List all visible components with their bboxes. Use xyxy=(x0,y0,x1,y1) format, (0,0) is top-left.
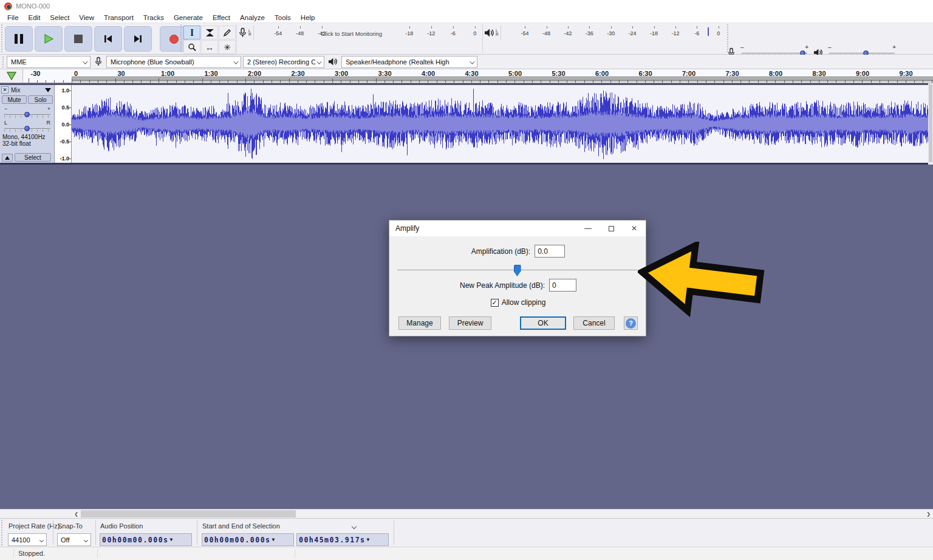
chevron-down-icon[interactable] xyxy=(352,524,357,529)
selection-start-display[interactable]: 00h00m00.000s▼ xyxy=(202,533,294,546)
amplification-input[interactable]: 0.0 xyxy=(535,245,565,258)
track-close-button[interactable]: ✕ xyxy=(1,86,9,94)
mute-button[interactable]: Mute xyxy=(2,95,27,104)
menu-effect[interactable]: Effect xyxy=(208,13,235,22)
preview-button[interactable]: Preview xyxy=(449,316,491,330)
recording-meter-scale[interactable]: -54-48-42-18-12-60Click to Start Monitor… xyxy=(253,26,481,40)
menu-tracks[interactable]: Tracks xyxy=(138,13,169,22)
meter-lr-label: LR xyxy=(496,29,499,37)
pan-slider-thumb[interactable] xyxy=(24,126,30,131)
meter-scale-label: -36 xyxy=(586,30,593,36)
recording-channels-value: 2 (Stereo) Recording Chan xyxy=(247,58,315,66)
menu-select[interactable]: Select xyxy=(45,13,74,22)
audio-position-display[interactable]: 00h00m00.000s▼ xyxy=(100,533,192,546)
quick-play-bar[interactable] xyxy=(72,77,933,81)
waveform-area[interactable] xyxy=(72,85,928,163)
pan-slider[interactable]: L R xyxy=(4,125,50,132)
track-format-line2: 32-bit float xyxy=(2,140,31,147)
skip-to-end-button[interactable] xyxy=(124,26,152,52)
title-bar: MONO-000 xyxy=(0,0,933,12)
audacity-logo-icon xyxy=(4,2,12,10)
recording-channels-dropdown[interactable]: 2 (Stereo) Recording Chan xyxy=(243,56,324,68)
menu-file[interactable]: File xyxy=(2,13,24,22)
toolbar-grip[interactable] xyxy=(180,24,183,53)
skip-to-start-button[interactable] xyxy=(94,26,122,52)
play-button[interactable] xyxy=(35,26,63,52)
envelope-tool-button[interactable] xyxy=(201,26,218,39)
toolbar-grip[interactable] xyxy=(2,56,5,67)
allow-clipping-label: Allow clipping xyxy=(502,298,546,307)
menu-help[interactable]: Help xyxy=(296,13,320,22)
scroll-left-arrow[interactable]: ❮ xyxy=(72,510,81,518)
audio-host-dropdown[interactable]: MME xyxy=(7,56,91,68)
selection-mode-label: Start and End of Selection xyxy=(202,522,280,530)
horizontal-scrollbar-thumb[interactable] xyxy=(81,510,296,517)
help-button[interactable]: ? xyxy=(624,316,638,330)
toolbar-grip[interactable] xyxy=(1,520,4,545)
solo-button[interactable]: Solo xyxy=(28,95,53,104)
recording-meter-toolbar[interactable]: LR -54-48-42-18-12-60Click to Start Moni… xyxy=(238,26,481,40)
meter-scale-label: -12 xyxy=(427,30,435,36)
snap-to-dropdown[interactable]: Off xyxy=(57,533,91,546)
toolbar-grip[interactable] xyxy=(1,24,4,53)
track-row: ✕ Mix Mute Solo − + L R Mono, 44100Hz 32… xyxy=(0,83,933,165)
monitor-prompt[interactable]: Click to Start Monitoring xyxy=(321,30,382,37)
meter-scale-label: -12 xyxy=(671,30,679,36)
toolbar-separator xyxy=(482,24,483,53)
toolbar-area: I ↔ ✳ LR -54-48-42-18-12-60Click to Star… xyxy=(0,23,933,55)
menu-generate[interactable]: Generate xyxy=(169,13,208,22)
amplification-slider-thumb[interactable] xyxy=(514,265,521,276)
playback-meter-toolbar[interactable]: LR -54-48-42-36-30-24-18-12-60 xyxy=(484,26,725,40)
track-collapse-button[interactable] xyxy=(2,154,13,162)
playback-device-dropdown[interactable]: Speaker/Headphone (Realtek High xyxy=(341,56,477,68)
snap-to-label: Snap-To xyxy=(58,522,83,530)
timeline-scale[interactable]: -300301:001:302:002:303:003:304:004:305:… xyxy=(23,69,933,83)
zoom-tool-button[interactable] xyxy=(183,40,200,54)
gain-slider[interactable]: − + xyxy=(4,111,50,118)
cancel-button[interactable]: Cancel xyxy=(573,316,615,330)
scroll-right-arrow[interactable]: ❯ xyxy=(924,510,933,518)
new-peak-input[interactable]: 0 xyxy=(549,279,576,292)
close-button[interactable]: ✕ xyxy=(623,220,646,236)
waveform-canvas[interactable] xyxy=(72,85,928,163)
record-icon xyxy=(169,35,179,44)
track-select-button[interactable]: Select xyxy=(15,153,51,162)
timeline-options-button[interactable] xyxy=(0,69,23,83)
time-shift-tool-button[interactable]: ↔ xyxy=(201,40,218,54)
multi-tool-icon: ✳ xyxy=(224,43,231,52)
pause-icon xyxy=(15,34,23,44)
draw-tool-button[interactable] xyxy=(219,26,236,39)
meter-scale-label: -54 xyxy=(521,30,529,36)
horizontal-scrollbar[interactable]: ❮ ❯ xyxy=(0,509,933,518)
amplification-slider[interactable] xyxy=(397,264,637,276)
recording-device-dropdown[interactable]: Microphone (Blue Snowball) xyxy=(106,56,241,68)
stop-button[interactable] xyxy=(64,26,92,52)
maximize-button[interactable] xyxy=(600,220,623,236)
menu-analyze[interactable]: Analyze xyxy=(235,13,270,22)
track-name: Mix xyxy=(11,87,21,94)
menu-tools[interactable]: Tools xyxy=(270,13,296,22)
project-rate-dropdown[interactable]: 44100 xyxy=(8,533,47,546)
menu-transport[interactable]: Transport xyxy=(99,13,138,22)
minimize-button[interactable]: — xyxy=(576,220,600,236)
status-message: Stopped. xyxy=(18,550,45,557)
track-name-menu[interactable]: Mix xyxy=(10,86,53,94)
menu-edit[interactable]: Edit xyxy=(24,13,46,22)
track-format-line1: Mono, 44100Hz xyxy=(2,134,46,140)
new-peak-label: New Peak Amplitude (dB): xyxy=(460,281,545,290)
multi-tool-button[interactable]: ✳ xyxy=(219,40,236,54)
track-control-panel[interactable]: ✕ Mix Mute Solo − + L R Mono, 44100Hz 32… xyxy=(0,85,55,163)
playback-meter-scale[interactable]: -54-48-42-36-30-24-18-12-60 xyxy=(501,26,725,40)
timeline-ruler[interactable]: -300301:001:302:002:303:003:304:004:305:… xyxy=(0,69,933,83)
selection-end-display[interactable]: 00h45m03.917s▼ xyxy=(296,533,389,546)
allow-clipping-checkbox[interactable]: ✓ xyxy=(491,299,499,307)
gain-slider-thumb[interactable] xyxy=(24,112,30,117)
manage-button[interactable]: Manage xyxy=(398,316,441,330)
vertical-scale-ruler[interactable]: 1.00.50.0-0.5-1.0 xyxy=(55,85,72,163)
selection-tool-button[interactable]: I xyxy=(183,26,200,39)
menu-view[interactable]: View xyxy=(74,13,99,22)
vertical-scrollbar-thumb[interactable] xyxy=(929,84,932,162)
pause-button[interactable] xyxy=(5,26,33,52)
ok-button[interactable]: OK xyxy=(520,316,566,330)
dialog-title-bar[interactable]: Amplify — ✕ xyxy=(389,220,646,236)
